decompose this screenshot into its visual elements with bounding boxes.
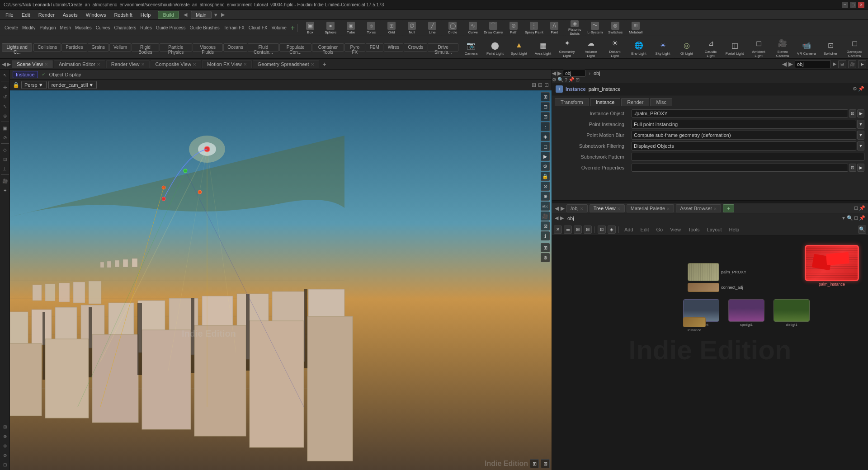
curve-tool[interactable]: ∿Curve <box>463 20 483 36</box>
node-connect-small[interactable]: connect_adj <box>688 283 746 292</box>
props-title-settings[interactable]: ⚙ <box>853 86 857 92</box>
vp-fullscreen[interactable]: ⊡ <box>544 82 549 88</box>
sphere-tool[interactable]: ●Sphere <box>321 20 340 36</box>
snap-to-camera-btn[interactable]: 🎥 <box>848 60 856 68</box>
metaball-tool[interactable]: ≋Metaball <box>626 20 646 36</box>
lights-tab-button[interactable]: Lights and C... <box>2 43 32 52</box>
vp-tool-1[interactable]: ⊞ <box>541 92 550 101</box>
node-tab-asset[interactable]: Asset Browser ✕ <box>676 204 721 212</box>
container-tools-tab[interactable]: Container Tools <box>312 43 344 52</box>
arrow-right[interactable]: ▶ <box>221 12 225 18</box>
switcher-btn[interactable]: ⊡Switcher <box>819 38 842 58</box>
node-tab-material[interactable]: Material Palette ✕ <box>627 204 674 212</box>
collisions-tab[interactable]: Collisions <box>33 43 61 52</box>
tab-scene-view[interactable]: Scene View ✕ <box>12 60 53 68</box>
tab-scene-close[interactable]: ✕ <box>44 62 48 67</box>
menu-render[interactable]: Render <box>35 11 58 19</box>
point-instancing-input[interactable] <box>632 120 856 129</box>
vellum-tab[interactable]: Vellum <box>109 43 131 52</box>
add-tab-btn[interactable]: + <box>289 24 297 32</box>
prop-tab-transform[interactable]: Transform <box>555 98 589 106</box>
tab-animation-editor[interactable]: Animation Editor ✕ <box>54 60 105 68</box>
oceans-tab[interactable]: Oceans <box>223 43 247 52</box>
snap-tool-btn[interactable]: ▣ <box>0 123 9 132</box>
props-back-btn[interactable]: ◀ <box>552 70 556 76</box>
light-tool-btn[interactable]: ✦ <box>0 186 9 195</box>
select-tool-btn[interactable]: ↖ <box>0 70 9 80</box>
platonic-tool[interactable]: ◈Platonic Solids <box>565 20 585 36</box>
vp-split-vert[interactable]: ⊞ <box>532 82 536 88</box>
node-tab-asset-close[interactable]: ✕ <box>713 207 717 211</box>
node-mid-2[interactable]: spotlgt1 <box>728 299 764 327</box>
maximize-btn[interactable]: □ <box>850 2 856 8</box>
paint-btn[interactable]: ⊡ <box>0 155 9 164</box>
tab-motion-close[interactable]: ✕ <box>243 62 247 67</box>
scale-tool-btn[interactable]: ⤡ <box>0 102 9 111</box>
props-search-icon[interactable]: 🔍 <box>557 77 564 83</box>
node-fwd-btn[interactable]: ▶ <box>561 205 565 212</box>
bottom-tool-3[interactable]: ⊕ <box>0 441 9 450</box>
wires-tab[interactable]: Wires <box>384 43 404 52</box>
particle-physics-tab[interactable]: Particle Physics <box>160 43 192 52</box>
render-cam-dropdown[interactable]: render_cam_still ▼ <box>48 81 97 89</box>
tab-anim-close[interactable]: ✕ <box>97 62 100 67</box>
area-light-btn[interactable]: ▦Area Light <box>531 38 555 58</box>
distant-light-btn[interactable]: ☀Distant Light <box>603 38 627 58</box>
node-tab-obj-close[interactable]: ✕ <box>580 207 584 211</box>
instance-object-browse-btn[interactable]: ⊡ <box>849 109 856 118</box>
vp-settings[interactable]: ⚙ <box>541 162 550 171</box>
vp-bottom-grid[interactable]: ⊞ <box>530 459 539 468</box>
spray-tool[interactable]: ⋮Spray Paint <box>524 20 544 36</box>
fluid-container-tab[interactable]: Fluid Contain... <box>248 43 279 52</box>
move-tool-btn[interactable]: ✛ <box>0 83 9 92</box>
props-title-pin[interactable]: 📌 <box>858 86 864 92</box>
override-expand-btn[interactable]: ▶ <box>857 164 864 172</box>
edit-tool-btn[interactable]: ◇ <box>0 145 9 154</box>
node-toolbar-grid1[interactable]: ⊞ <box>574 226 582 234</box>
node-tab-material-close[interactable]: ✕ <box>666 207 670 211</box>
minimize-btn[interactable]: − <box>842 2 848 8</box>
path-back-btn[interactable]: ◀ <box>782 61 787 67</box>
bottom-tool-1[interactable]: ⊞ <box>0 422 9 431</box>
vp-display[interactable]: ◻ <box>541 142 550 151</box>
vp-lock[interactable]: 🔒 <box>541 172 550 181</box>
node-menu-edit[interactable]: Edit <box>638 226 652 233</box>
view-options-btn[interactable]: ⊞ <box>838 60 846 68</box>
instance-object-input[interactable] <box>632 109 848 118</box>
line-tool[interactable]: ╱Line <box>422 20 442 36</box>
gamepad-camera-btn[interactable]: ◻Gamepad Camera <box>843 38 866 58</box>
node-back-btn[interactable]: ◀ <box>555 205 559 212</box>
grid-tool[interactable]: ⊞Grid <box>382 20 401 36</box>
switches-tool[interactable]: ⊛Switches <box>605 20 625 36</box>
menu-help[interactable]: Help <box>137 11 155 19</box>
populate-tab[interactable]: Populate Con... <box>279 43 311 52</box>
node-mid-3[interactable]: distlgt1 <box>774 299 810 327</box>
node-header-expand[interactable]: ⊡ <box>854 205 858 211</box>
vp-abc[interactable]: abc <box>541 202 550 211</box>
node-toolbar-list[interactable]: ☰ <box>564 226 572 234</box>
main-button[interactable]: Main <box>191 11 212 19</box>
torus-tool[interactable]: ⌾Torus <box>361 20 381 36</box>
props-pin-icon[interactable]: 📌 <box>568 77 575 83</box>
menu-edit[interactable]: Edit <box>18 11 34 19</box>
menu-assets[interactable]: Assets <box>59 11 81 19</box>
viewport-3d[interactable]: Indie Edition ⊞ ⊟ ⊡ ⋮ ◈ ◻ ▶ ⚙ 🔒 ⊘ ⊕ abc … <box>10 90 552 470</box>
node-menu-view[interactable]: View <box>667 226 684 233</box>
viscous-fluids-tab[interactable]: Viscous Fluids <box>193 43 223 52</box>
lock-icon[interactable]: 🔒 <box>13 82 19 88</box>
camera-view-btn[interactable]: 🎥 <box>0 176 9 185</box>
vp-camera-icon[interactable]: 🎥 <box>541 212 550 221</box>
point-instancing-arrow[interactable]: ▼ <box>857 120 864 129</box>
instance-object-jump-btn[interactable]: ▶ <box>857 109 864 118</box>
subnet-pattern-input[interactable] <box>632 153 864 161</box>
draw-curve-tool[interactable]: ⌒Draw Curve <box>483 20 503 36</box>
vp-render[interactable]: ▶ <box>541 152 550 161</box>
caustic-light-btn[interactable]: ⊿Caustic Light <box>699 38 722 58</box>
add-tab-plus[interactable]: + <box>320 60 329 69</box>
vr-camera-btn[interactable]: 📹VR Camera <box>795 38 818 58</box>
vp-shade[interactable]: ◈ <box>541 132 550 141</box>
camera-btn[interactable]: 📷Camera <box>459 38 483 58</box>
node-menu-layout[interactable]: Layout <box>704 226 725 233</box>
tabs-back-btn[interactable]: ◀ <box>2 61 6 67</box>
vp-perspective[interactable]: ⊡ <box>541 112 550 121</box>
